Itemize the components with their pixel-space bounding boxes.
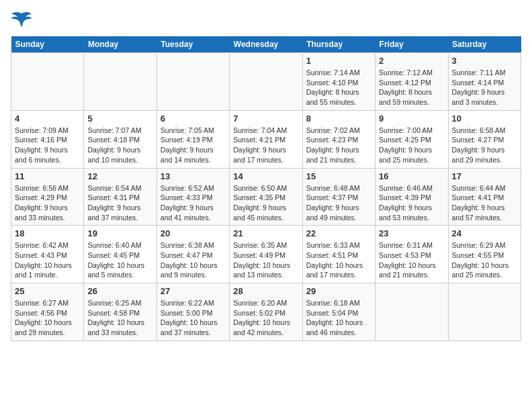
calendar-cell: 1Sunrise: 7:14 AMSunset: 4:10 PMDaylight… (302, 53, 375, 111)
logo-bird-icon (11, 11, 32, 30)
calendar-cell: 2Sunrise: 7:12 AMSunset: 4:12 PMDaylight… (375, 53, 448, 111)
calendar-cell: 3Sunrise: 7:11 AMSunset: 4:14 PMDaylight… (448, 53, 521, 111)
calendar-cell: 19Sunrise: 6:40 AMSunset: 4:45 PMDayligh… (84, 226, 157, 283)
day-detail: Sunrise: 6:54 AMSunset: 4:31 PMDaylight:… (87, 183, 152, 223)
day-detail: Sunrise: 6:18 AMSunset: 5:04 PMDaylight:… (306, 298, 371, 338)
day-detail: Sunrise: 7:00 AMSunset: 4:25 PMDaylight:… (379, 126, 444, 165)
calendar-cell: 24Sunrise: 6:29 AMSunset: 4:55 PMDayligh… (448, 226, 521, 283)
calendar-cell: 28Sunrise: 6:20 AMSunset: 5:02 PMDayligh… (230, 283, 302, 341)
logo (11, 11, 35, 30)
day-detail: Sunrise: 6:22 AMSunset: 5:00 PMDaylight:… (161, 298, 226, 338)
day-detail: Sunrise: 6:46 AMSunset: 4:39 PMDaylight:… (379, 183, 444, 223)
day-detail: Sunrise: 6:38 AMSunset: 4:47 PMDaylight:… (161, 240, 226, 280)
day-number: 1 (306, 56, 371, 66)
calendar-cell: 18Sunrise: 6:42 AMSunset: 4:43 PMDayligh… (11, 226, 84, 283)
calendar-cell: 25Sunrise: 6:27 AMSunset: 4:56 PMDayligh… (11, 283, 84, 341)
calendar-cell: 11Sunrise: 6:56 AMSunset: 4:29 PMDayligh… (11, 168, 84, 226)
calendar-cell: 15Sunrise: 6:48 AMSunset: 4:37 PMDayligh… (302, 168, 375, 226)
calendar-cell (375, 283, 448, 341)
day-number: 29 (306, 286, 371, 296)
day-detail: Sunrise: 6:31 AMSunset: 4:53 PMDaylight:… (379, 240, 444, 280)
day-detail: Sunrise: 6:52 AMSunset: 4:33 PMDaylight:… (161, 183, 226, 223)
calendar-cell: 22Sunrise: 6:33 AMSunset: 4:51 PMDayligh… (302, 226, 375, 283)
day-number: 13 (161, 171, 226, 181)
calendar-cell: 12Sunrise: 6:54 AMSunset: 4:31 PMDayligh… (84, 168, 157, 226)
calendar-cell (448, 283, 521, 341)
day-number: 8 (306, 113, 371, 124)
calendar-cell: 13Sunrise: 6:52 AMSunset: 4:33 PMDayligh… (157, 168, 229, 226)
day-detail: Sunrise: 7:09 AMSunset: 4:16 PMDaylight:… (15, 126, 80, 165)
day-detail: Sunrise: 6:48 AMSunset: 4:37 PMDaylight:… (306, 183, 371, 223)
day-number: 4 (15, 113, 80, 124)
calendar-cell: 5Sunrise: 7:07 AMSunset: 4:18 PMDaylight… (84, 110, 157, 168)
day-detail: Sunrise: 7:12 AMSunset: 4:12 PMDaylight:… (379, 68, 444, 107)
calendar-cell (11, 53, 84, 111)
day-number: 11 (15, 171, 80, 181)
weekday-header-monday: Monday (84, 36, 157, 53)
weekday-header-sunday: Sunday (11, 36, 84, 53)
day-number: 22 (306, 228, 371, 238)
calendar-table: SundayMondayTuesdayWednesdayThursdayFrid… (11, 36, 521, 341)
calendar-cell: 9Sunrise: 7:00 AMSunset: 4:25 PMDaylight… (375, 110, 448, 168)
day-detail: Sunrise: 7:02 AMSunset: 4:23 PMDaylight:… (306, 126, 371, 165)
day-detail: Sunrise: 6:44 AMSunset: 4:41 PMDaylight:… (452, 183, 517, 223)
day-detail: Sunrise: 7:05 AMSunset: 4:19 PMDaylight:… (161, 126, 226, 165)
day-number: 19 (87, 228, 152, 238)
day-number: 3 (452, 56, 517, 66)
day-detail: Sunrise: 7:14 AMSunset: 4:10 PMDaylight:… (306, 68, 371, 107)
page-header (11, 11, 521, 30)
calendar-cell: 8Sunrise: 7:02 AMSunset: 4:23 PMDaylight… (302, 110, 375, 168)
day-number: 5 (87, 113, 152, 124)
day-number: 16 (379, 171, 444, 181)
weekday-header-saturday: Saturday (448, 36, 521, 53)
calendar-cell: 4Sunrise: 7:09 AMSunset: 4:16 PMDaylight… (11, 110, 84, 168)
day-detail: Sunrise: 7:11 AMSunset: 4:14 PMDaylight:… (452, 68, 517, 107)
calendar-cell: 17Sunrise: 6:44 AMSunset: 4:41 PMDayligh… (448, 168, 521, 226)
day-detail: Sunrise: 6:50 AMSunset: 4:35 PMDaylight:… (233, 183, 298, 223)
weekday-header-friday: Friday (375, 36, 448, 53)
calendar-cell: 23Sunrise: 6:31 AMSunset: 4:53 PMDayligh… (375, 226, 448, 283)
calendar-cell: 6Sunrise: 7:05 AMSunset: 4:19 PMDaylight… (157, 110, 229, 168)
calendar-cell: 14Sunrise: 6:50 AMSunset: 4:35 PMDayligh… (230, 168, 302, 226)
weekday-header-wednesday: Wednesday (230, 36, 302, 53)
day-number: 17 (452, 171, 517, 181)
day-detail: Sunrise: 6:40 AMSunset: 4:45 PMDaylight:… (87, 240, 152, 280)
day-number: 21 (233, 228, 298, 238)
calendar-cell: 26Sunrise: 6:25 AMSunset: 4:58 PMDayligh… (84, 283, 157, 341)
weekday-header-thursday: Thursday (302, 36, 375, 53)
calendar-cell: 29Sunrise: 6:18 AMSunset: 5:04 PMDayligh… (302, 283, 375, 341)
day-detail: Sunrise: 7:07 AMSunset: 4:18 PMDaylight:… (87, 126, 152, 165)
weekday-header-tuesday: Tuesday (157, 36, 229, 53)
day-detail: Sunrise: 6:33 AMSunset: 4:51 PMDaylight:… (306, 240, 371, 280)
day-detail: Sunrise: 6:42 AMSunset: 4:43 PMDaylight:… (15, 240, 80, 280)
day-detail: Sunrise: 6:35 AMSunset: 4:49 PMDaylight:… (233, 240, 298, 280)
calendar-cell: 10Sunrise: 6:58 AMSunset: 4:27 PMDayligh… (448, 110, 521, 168)
day-detail: Sunrise: 6:29 AMSunset: 4:55 PMDaylight:… (452, 240, 517, 280)
day-detail: Sunrise: 6:25 AMSunset: 4:58 PMDaylight:… (87, 298, 152, 338)
day-detail: Sunrise: 7:04 AMSunset: 4:21 PMDaylight:… (233, 126, 298, 165)
calendar-cell: 7Sunrise: 7:04 AMSunset: 4:21 PMDaylight… (230, 110, 302, 168)
day-number: 9 (379, 113, 444, 124)
day-number: 2 (379, 56, 444, 66)
calendar-cell: 21Sunrise: 6:35 AMSunset: 4:49 PMDayligh… (230, 226, 302, 283)
day-number: 7 (233, 113, 298, 124)
day-detail: Sunrise: 6:56 AMSunset: 4:29 PMDaylight:… (15, 183, 80, 223)
day-number: 14 (233, 171, 298, 181)
day-number: 27 (161, 286, 226, 296)
day-detail: Sunrise: 6:20 AMSunset: 5:02 PMDaylight:… (233, 298, 298, 338)
day-number: 28 (233, 286, 298, 296)
day-number: 15 (306, 171, 371, 181)
day-number: 23 (379, 228, 444, 238)
calendar-cell (157, 53, 229, 111)
day-detail: Sunrise: 6:27 AMSunset: 4:56 PMDaylight:… (15, 298, 80, 338)
day-number: 26 (87, 286, 152, 296)
calendar-cell: 27Sunrise: 6:22 AMSunset: 5:00 PMDayligh… (157, 283, 229, 341)
day-number: 18 (15, 228, 80, 238)
day-number: 10 (452, 113, 517, 124)
day-number: 25 (15, 286, 80, 296)
calendar-cell (84, 53, 157, 111)
day-number: 6 (161, 113, 226, 124)
day-number: 24 (452, 228, 517, 238)
calendar-cell: 16Sunrise: 6:46 AMSunset: 4:39 PMDayligh… (375, 168, 448, 226)
day-number: 20 (161, 228, 226, 238)
